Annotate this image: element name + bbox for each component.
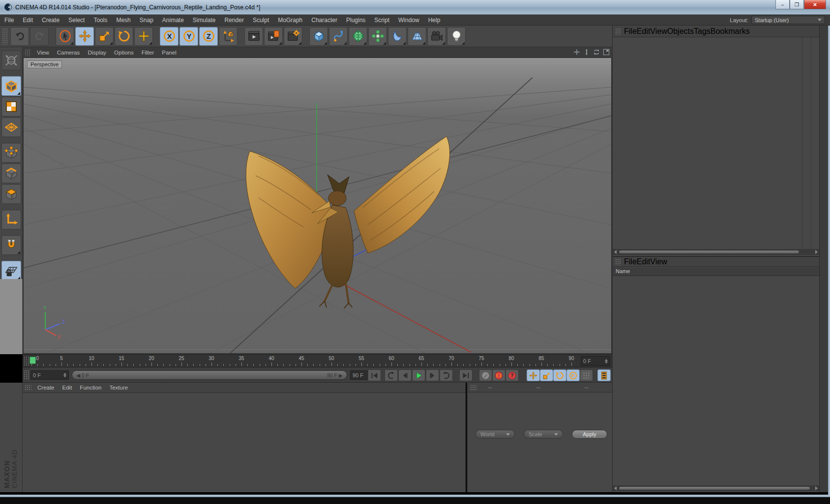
- rotate-button[interactable]: [115, 27, 133, 46]
- render-settings-button[interactable]: [284, 27, 302, 46]
- goto-start-button[interactable]: [368, 369, 381, 381]
- lock-workplane-button[interactable]: [1, 261, 21, 280]
- view-move-icon[interactable]: [573, 48, 581, 58]
- record-help-button[interactable]: ?: [505, 369, 519, 381]
- scale-button[interactable]: [95, 27, 114, 46]
- next-frame-button[interactable]: [426, 369, 439, 381]
- layout-select[interactable]: Startup (User): [751, 16, 825, 24]
- frame-range-slider[interactable]: ◀ 0 F 90 F ▶: [72, 370, 347, 380]
- add-hypernurbs-button[interactable]: [349, 27, 367, 46]
- camera-label[interactable]: Perspective: [27, 60, 62, 68]
- view-rotate-icon[interactable]: [593, 48, 600, 58]
- menu-file[interactable]: File: [0, 17, 18, 24]
- goto-end-button[interactable]: [459, 369, 473, 381]
- material-menu-function[interactable]: Function: [76, 385, 105, 391]
- points-mode-button[interactable]: [1, 143, 21, 163]
- redo-button[interactable]: [30, 27, 49, 46]
- previous-frame-button[interactable]: [398, 369, 412, 381]
- polygons-mode-button[interactable]: [1, 184, 21, 204]
- object-manager-hscrollbar[interactable]: [613, 249, 819, 255]
- apply-button[interactable]: Apply: [572, 430, 607, 439]
- viewport-menu-options[interactable]: Options: [110, 50, 138, 56]
- material-menu-create[interactable]: Create: [33, 385, 59, 391]
- edges-mode-button[interactable]: [1, 164, 21, 183]
- menu-mograph[interactable]: MoGraph: [273, 17, 307, 24]
- coordinate-system-button[interactable]: [219, 27, 237, 46]
- add-workplane-button[interactable]: [408, 27, 426, 46]
- add-spline-button[interactable]: [329, 27, 348, 46]
- add-camera-button[interactable]: [427, 27, 446, 46]
- frame-start-field[interactable]: 0 F: [30, 370, 69, 380]
- menu-snap[interactable]: Snap: [135, 17, 158, 24]
- undo-button[interactable]: [10, 27, 29, 46]
- panel-grip[interactable]: [24, 370, 29, 380]
- toolbar-grip[interactable]: [2, 28, 8, 45]
- minimize-button[interactable]: –: [775, 0, 790, 9]
- texture-axis-mode-button[interactable]: [1, 117, 21, 137]
- material-menu-texture[interactable]: Texture: [105, 385, 132, 391]
- menu-edit[interactable]: Edit: [18, 17, 37, 24]
- snap-settings-button[interactable]: [1, 235, 21, 255]
- keyframe-selection-button[interactable]: [597, 369, 611, 381]
- panel-grip[interactable]: [24, 356, 29, 366]
- object-menu-tags[interactable]: Tags: [694, 27, 711, 36]
- add-cube-button[interactable]: [309, 27, 328, 46]
- key-scale-button[interactable]: [540, 369, 553, 381]
- layer-menu-view[interactable]: View: [650, 257, 667, 266]
- viewport-canvas[interactable]: Perspective Y Z X: [23, 57, 612, 354]
- menu-simulate[interactable]: Simulate: [188, 17, 220, 24]
- menu-window[interactable]: Window: [394, 17, 424, 24]
- lock-x-button[interactable]: X: [160, 27, 178, 46]
- next-key-button[interactable]: [440, 369, 453, 381]
- object-menu-edit[interactable]: Edit: [637, 27, 651, 36]
- object-menu-view[interactable]: View: [650, 27, 667, 36]
- material-menu-edit[interactable]: Edit: [59, 385, 76, 391]
- view-zoom-icon[interactable]: [583, 48, 591, 58]
- make-editable-button[interactable]: [1, 51, 21, 70]
- previous-key-button[interactable]: [385, 369, 398, 381]
- menu-render[interactable]: Render: [220, 17, 248, 24]
- live-selection-button[interactable]: [56, 27, 74, 46]
- key-position-button[interactable]: [527, 369, 540, 381]
- windows-taskbar[interactable]: [0, 497, 830, 504]
- add-mograph-button[interactable]: [368, 27, 387, 46]
- move-button[interactable]: [75, 27, 94, 46]
- panel-grip[interactable]: [470, 385, 477, 391]
- render-region-button[interactable]: [264, 27, 283, 46]
- playhead[interactable]: [30, 357, 36, 364]
- object-menu-bookmarks[interactable]: Bookmarks: [711, 27, 750, 36]
- menu-script[interactable]: Script: [370, 17, 394, 24]
- object-menu-objects[interactable]: Objects: [667, 27, 694, 36]
- layer-manager-hscrollbar[interactable]: [613, 485, 819, 491]
- timeline-ruler[interactable]: 051015202530354045505560657075808590 0 F: [23, 354, 612, 367]
- menu-help[interactable]: Help: [424, 17, 445, 24]
- menu-mesh[interactable]: Mesh: [112, 17, 135, 24]
- panel-grip[interactable]: [25, 49, 31, 56]
- viewport-menu-panel[interactable]: Panel: [158, 50, 180, 56]
- viewport-menu-display[interactable]: Display: [84, 50, 110, 56]
- panel-grip[interactable]: [615, 258, 622, 265]
- render-view-button[interactable]: [244, 27, 263, 46]
- layer-menu-file[interactable]: File: [624, 257, 637, 266]
- menu-sculpt[interactable]: Sculpt: [248, 17, 273, 24]
- axis-mode-button[interactable]: [1, 210, 21, 229]
- viewport-menu-filter[interactable]: Filter: [138, 50, 158, 56]
- menu-select[interactable]: Select: [64, 17, 89, 24]
- position-mode-select[interactable]: World: [475, 430, 515, 439]
- key-point-level-button[interactable]: [580, 369, 593, 381]
- object-menu-file[interactable]: File: [624, 27, 637, 36]
- panel-grip[interactable]: [25, 385, 31, 391]
- maximize-button[interactable]: ❐: [790, 0, 804, 9]
- add-light-button[interactable]: [447, 27, 466, 46]
- texture-mode-button[interactable]: [1, 97, 21, 116]
- viewport-menu-cameras[interactable]: Cameras: [53, 50, 84, 56]
- menu-plugins[interactable]: Plugins: [342, 17, 370, 24]
- record-keyframe-button[interactable]: [479, 369, 492, 381]
- add-floor-button[interactable]: [388, 27, 407, 46]
- current-frame-field[interactable]: 0 F: [581, 356, 610, 366]
- menu-create[interactable]: Create: [37, 17, 64, 24]
- play-button[interactable]: [412, 369, 425, 381]
- autokeying-button[interactable]: [492, 369, 505, 381]
- size-mode-select[interactable]: Scale: [524, 430, 563, 439]
- lock-z-button[interactable]: Z: [199, 27, 218, 46]
